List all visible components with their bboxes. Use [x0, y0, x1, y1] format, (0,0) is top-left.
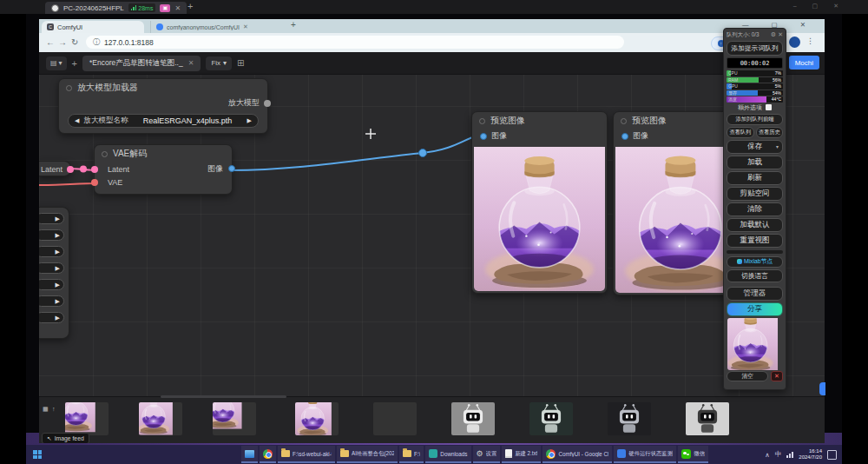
- feed-thumbnail[interactable]: [295, 402, 339, 435]
- vae-input-port[interactable]: [91, 179, 98, 186]
- close-icon[interactable]: ✕: [778, 31, 783, 38]
- node-upscale-model-loader[interactable]: 放大模型加载器 放大模型 ◀ 放大模型名称 RealESRGAN_x4plus.…: [58, 78, 268, 134]
- taskbar-clock[interactable]: 16:14 2024/7/20: [799, 448, 822, 461]
- tray-expand-icon[interactable]: ∧: [765, 451, 770, 459]
- node-header[interactable]: 预览图像: [472, 112, 607, 129]
- address-bar[interactable]: ⓘ 127.0.0.1:8188: [86, 36, 624, 49]
- taskbar-item-explorer[interactable]: [241, 446, 258, 463]
- taskbar-item-downloads[interactable]: Downloads: [425, 446, 470, 463]
- ime-indicator[interactable]: 中: [775, 450, 782, 459]
- feed-thumbnail[interactable]: [451, 402, 495, 435]
- latest-result-thumbnail[interactable]: [727, 318, 782, 370]
- browser-new-tab-button[interactable]: +: [291, 20, 296, 30]
- site-info-icon[interactable]: ⓘ: [93, 37, 100, 47]
- queue-size-bar[interactable]: 队列大小: 0/3 ⚙ ✕: [727, 30, 783, 39]
- preview-image[interactable]: [474, 147, 605, 291]
- user-badge[interactable]: Mochi: [789, 56, 819, 70]
- node-preview-image-left[interactable]: 预览图像 图像: [471, 111, 608, 294]
- refresh-button[interactable]: 刷新: [727, 171, 783, 185]
- model-name-combo-widget[interactable]: ◀ 放大模型名称 RealESRGAN_x4plus.pth ▶: [68, 114, 259, 128]
- sidebar-edge-handle[interactable]: [819, 382, 825, 395]
- queue-front-button[interactable]: 添加到队列前端: [727, 114, 783, 125]
- collapse-dot-icon[interactable]: [479, 118, 485, 124]
- load-button[interactable]: 加载: [727, 156, 783, 169]
- taskbar-item-chrome[interactable]: [260, 446, 276, 463]
- taskbar-item-folder1[interactable]: F:\sd-webui-aki-v4.4: [278, 446, 335, 463]
- node-header[interactable]: 放大模型加载器: [59, 79, 267, 96]
- image-input-port[interactable]: [480, 133, 487, 140]
- feed-collapse-icon[interactable]: ↑: [52, 406, 56, 412]
- switch-language-button[interactable]: 切换语言: [727, 269, 783, 282]
- extra-options-checkbox[interactable]: [766, 104, 772, 110]
- node-header[interactable]: VAE解码: [95, 145, 232, 162]
- taskbar-item-folder2[interactable]: AI绘画整合包(2024)726: [337, 446, 398, 463]
- browser-tab-secondary[interactable]: comfyanonymous/ComfyUI ✕: [150, 21, 282, 33]
- browser-tab-comfyui[interactable]: C ComfyUI: [42, 21, 144, 33]
- feed-thumbnail[interactable]: [529, 402, 573, 435]
- workflow-tab[interactable]: *Encore产品草图转迪笔图.._ ✕: [82, 56, 201, 71]
- image-output-port[interactable]: [228, 165, 235, 172]
- view-queue-button[interactable]: 查看队列: [727, 127, 754, 138]
- taskbar-item-wechat[interactable]: 微信: [678, 446, 708, 463]
- workflow-tab-close-icon[interactable]: ✕: [188, 59, 194, 67]
- offscreen-node-widgets[interactable]: ▶ ▶ ▶ ▶ ▶ ▶ ▶: [39, 207, 69, 339]
- offscreen-node-latent[interactable]: Latent: [39, 161, 71, 176]
- clear-button[interactable]: 清除: [727, 202, 783, 216]
- queue-prompt-button[interactable]: 添加提示词队列: [727, 41, 783, 56]
- taskbar-item-notepad[interactable]: 新建 2.txt: [502, 446, 541, 463]
- network-icon[interactable]: [786, 452, 793, 458]
- feed-layout-icon[interactable]: ▦: [43, 406, 49, 413]
- image-input-port[interactable]: [621, 133, 628, 140]
- feed-thumbnail[interactable]: [686, 402, 729, 435]
- save-button[interactable]: 保存 ▾: [727, 140, 783, 154]
- reload-icon[interactable]: ↻: [71, 37, 78, 47]
- manager-button[interactable]: 管理器: [727, 287, 783, 301]
- profile-avatar[interactable]: [789, 36, 800, 48]
- upscale-model-output-port[interactable]: [264, 100, 271, 107]
- mixlab-button[interactable]: Mixlab节点: [727, 256, 783, 268]
- view-history-button[interactable]: 查看历史: [756, 127, 784, 138]
- collapse-dot-icon[interactable]: [102, 151, 108, 157]
- comfyui-favicon: C: [47, 23, 54, 30]
- reset-view-button[interactable]: 重置视图: [727, 234, 783, 248]
- next-arrow-icon[interactable]: ▶: [247, 117, 252, 124]
- screen-badge-icon[interactable]: ▣: [160, 4, 170, 12]
- new-session-button[interactable]: +: [187, 1, 193, 11]
- back-icon[interactable]: ←: [46, 37, 55, 47]
- tab-close-icon[interactable]: ✕: [243, 23, 248, 30]
- latent-input-port[interactable]: [91, 166, 98, 173]
- collapse-dot-icon[interactable]: [621, 118, 627, 124]
- feed-close-button[interactable]: ✕: [771, 371, 783, 381]
- feed-clear-button[interactable]: 清空: [727, 371, 768, 381]
- remote-session-tab[interactable]: PC-20240625HFPL 28ms ▣ ✕: [45, 2, 187, 14]
- feed-thumbnail[interactable]: [608, 402, 651, 435]
- feed-thumbnail[interactable]: [373, 402, 417, 435]
- node-vae-decode[interactable]: VAE解码 Latent 图像 VAE: [94, 144, 233, 195]
- workflow-folder-button[interactable]: ▤ ▾: [46, 56, 67, 70]
- action-center-icon[interactable]: [827, 450, 837, 460]
- feed-scrollbar[interactable]: [161, 395, 286, 398]
- feed-thumbnail[interactable]: [139, 402, 182, 435]
- taskbar-item-folder3[interactable]: F:\: [399, 446, 424, 463]
- feed-thumbnail[interactable]: [213, 402, 256, 435]
- collapse-dot-icon[interactable]: [66, 85, 72, 91]
- comfyui-canvas[interactable]: ▤ ▾ + *Encore产品草图转迪笔图.._ ✕ Fix ▾ ⊞ Mochi…: [39, 52, 825, 443]
- gear-icon[interactable]: ⚙: [771, 31, 776, 38]
- browser-menu-icon[interactable]: ⋮: [806, 36, 814, 45]
- taskbar-item-chrome-window[interactable]: ComfyUI - Google Chro...: [542, 446, 612, 463]
- feed-thumbnail[interactable]: [65, 402, 108, 435]
- clipspace-button[interactable]: 剪贴空间: [727, 187, 783, 201]
- share-button[interactable]: 分享: [727, 302, 783, 316]
- forward-icon[interactable]: →: [58, 37, 67, 47]
- latent-output-port[interactable]: [67, 166, 74, 173]
- taskbar-item-settings[interactable]: ⚙设置: [473, 446, 501, 463]
- close-session-icon[interactable]: ✕: [174, 4, 181, 12]
- layout-grid-icon[interactable]: ⊞: [237, 58, 244, 68]
- load-default-button[interactable]: 加载默认: [727, 218, 783, 232]
- remote-window-controls[interactable]: – ▢ ✕: [793, 3, 845, 10]
- taskbar-item-monitor-app[interactable]: 硬件运行状态监测数据: [614, 446, 676, 463]
- start-button[interactable]: [30, 447, 45, 462]
- new-workflow-button[interactable]: +: [72, 58, 77, 69]
- prev-arrow-icon[interactable]: ◀: [75, 117, 79, 124]
- fix-dropdown-button[interactable]: Fix ▾: [206, 56, 232, 70]
